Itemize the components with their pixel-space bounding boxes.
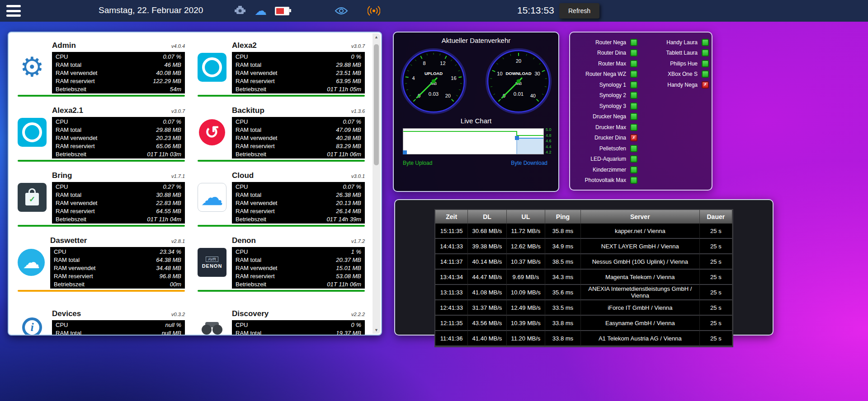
status-item: Router Max: [574, 58, 637, 69]
scrollbar-thumb[interactable]: [374, 44, 379, 165]
column-header: Server: [581, 210, 700, 224]
eye-icon[interactable]: [335, 6, 348, 15]
svg-text:DOWNLOAD: DOWNLOAD: [506, 71, 532, 76]
status-label: Drucker Max: [595, 124, 626, 131]
stat-row: CPU23.34 %: [54, 247, 181, 256]
apps-scrollbar[interactable]: ▲ ▼: [373, 33, 380, 334]
stat-row: Betriebszeit00m: [54, 280, 181, 288]
table-cell: ANEXIA Internetdienstleistungs GmbH / Vi…: [581, 285, 700, 300]
battery-icon[interactable]: [275, 7, 289, 15]
status-item: Synology 2: [574, 90, 637, 101]
svg-text:8: 8: [423, 61, 426, 66]
status-ok-indicator: [630, 113, 637, 120]
status-item: Pelletsofen: [574, 143, 637, 154]
stat-label: RAM reserviert: [56, 208, 95, 214]
svg-text:4: 4: [412, 75, 415, 81]
app-name: Daswetter: [50, 236, 87, 245]
table-cell: 12.62 MB/s: [507, 239, 545, 254]
app-status-bar: [18, 160, 185, 162]
app-version: v1.7.1: [171, 173, 185, 179]
stat-row: CPU0.07 %: [56, 117, 181, 126]
app-stats: CPU23.34 %RAM total64.38 MBRAM verwendet…: [50, 247, 185, 289]
broadcast-icon[interactable]: [368, 6, 380, 16]
stat-label: RAM total: [236, 256, 261, 263]
stat-label: Betriebszeit: [56, 86, 86, 93]
app-body: Denonv1.7.2CPU1 %RAM total20.37 MBRAM ve…: [232, 236, 365, 289]
stat-label: RAM verwendet: [236, 265, 277, 271]
stat-label: RAM reserviert: [56, 143, 95, 149]
status-item: Tablett Laura: [637, 48, 709, 59]
app-name: Denon: [232, 236, 256, 245]
status-item: Photovoltaik Max: [574, 175, 637, 186]
stat-label: RAM reserviert: [236, 273, 275, 280]
stat-value: 01T 11h 06m: [327, 281, 361, 288]
status-item: XBox One S: [637, 69, 709, 80]
table-cell: 31.37 MB/s: [468, 300, 506, 316]
weather-cloud-icon: ☁: [18, 249, 45, 276]
app-name: Discovery: [232, 309, 269, 318]
stat-row: RAM verwendet34.48 MB: [54, 264, 181, 272]
table-cell: 11.20 MB/s: [507, 331, 545, 346]
cloud-sync-icon[interactable]: ☁: [255, 5, 267, 17]
stat-label: RAM verwendet: [236, 200, 277, 206]
stat-value: 0 %: [351, 322, 361, 328]
table-cell: 25 s: [700, 239, 732, 254]
status-ok-indicator: [702, 70, 709, 78]
app-body: Devicesv0.3.2CPUnull %RAM totalnull MBRA…: [52, 309, 185, 335]
stat-label: Betriebszeit: [56, 151, 86, 158]
status-label: Drucker Dina: [594, 135, 626, 141]
stat-value: 96.8 MB: [160, 273, 181, 280]
status-item: Router Dina: [574, 48, 637, 59]
refresh-button[interactable]: Refresh: [559, 3, 599, 19]
stat-row: RAM total46 MB: [56, 61, 181, 69]
table-cell: 41.08 MB/s: [468, 285, 506, 300]
stat-label: RAM total: [56, 61, 81, 68]
column-header: Dauer: [700, 210, 732, 224]
stat-label: CPU: [56, 53, 68, 60]
live-chart[interactable]: [403, 128, 544, 154]
stat-label: Betriebszeit: [236, 216, 266, 223]
app-card: Alexa2v3.0.7CPU0 %RAM total29.88 MBRAM v…: [198, 41, 365, 97]
stat-value: 19.37 MB: [336, 330, 361, 335]
alexa-icon: [18, 118, 47, 147]
stat-row: Betriebszeit01T 11h 04m: [56, 215, 181, 223]
scroll-up-icon[interactable]: ▲: [373, 35, 380, 39]
status-item: Synology 1: [574, 79, 637, 90]
stat-label: CPU: [236, 183, 248, 190]
app-body: Alexa2.1v3.0.7CPU0.07 %RAM total29.88 MB…: [52, 106, 185, 159]
legend-byte-upload: Byte Upload: [403, 160, 432, 166]
app-card: Discoveryv2.2.2CPU0 %RAM total19.37 MBRA…: [198, 301, 365, 335]
stat-label: CPU: [236, 322, 248, 328]
app-name: Cloud: [232, 171, 254, 180]
menu-icon[interactable]: [6, 5, 22, 17]
status-error-indicator: ✗: [702, 81, 709, 89]
speedtest-table-body: 15:11:3530.68 MB/s11.72 MB/s35.8 mskappe…: [435, 224, 732, 346]
stat-label: RAM verwendet: [54, 265, 95, 271]
stat-value: 22.83 MB: [156, 200, 181, 206]
app-card: AVRDENONDenonv1.7.2CPU1 %RAM total20.37 …: [198, 236, 365, 292]
stat-label: RAM total: [56, 126, 81, 133]
app-body: Alexa2v3.0.7CPU0 %RAM total29.88 MBRAM v…: [232, 41, 365, 93]
app-status-bar: [198, 160, 365, 162]
status-label: Philips Hue: [670, 61, 698, 67]
cpu-icon[interactable]: [234, 5, 246, 17]
stat-row: Betriebszeit54m: [56, 85, 181, 93]
app-title-row: Backitupv1.3.6: [232, 106, 365, 117]
table-cell: 14:11:37: [435, 254, 468, 270]
table-cell: 44.47 MB/s: [468, 270, 506, 285]
status-label: Synology 3: [599, 103, 626, 109]
stat-value: 01T 11h 03m: [147, 151, 181, 158]
stat-value: 34.48 MB: [156, 265, 181, 271]
stat-label: CPU: [56, 183, 68, 190]
status-label: Router Max: [598, 61, 626, 67]
shopping-bag-icon: ✓: [18, 183, 47, 212]
stat-row: RAM total47.09 MB: [236, 126, 361, 134]
table-cell: 13:41:34: [435, 270, 468, 285]
scroll-down-icon[interactable]: ▼: [373, 328, 380, 332]
app-version: v4.0.4: [171, 43, 185, 49]
table-cell: 12:41:33: [435, 300, 468, 316]
table-row: 13:11:3341.08 MB/s10.09 MB/s35.6 msANEXI…: [435, 285, 732, 300]
status-item: Philips Hue: [637, 58, 709, 69]
stat-label: RAM verwendet: [56, 70, 97, 76]
app-title-row: Cloudv3.0.1: [232, 171, 365, 182]
